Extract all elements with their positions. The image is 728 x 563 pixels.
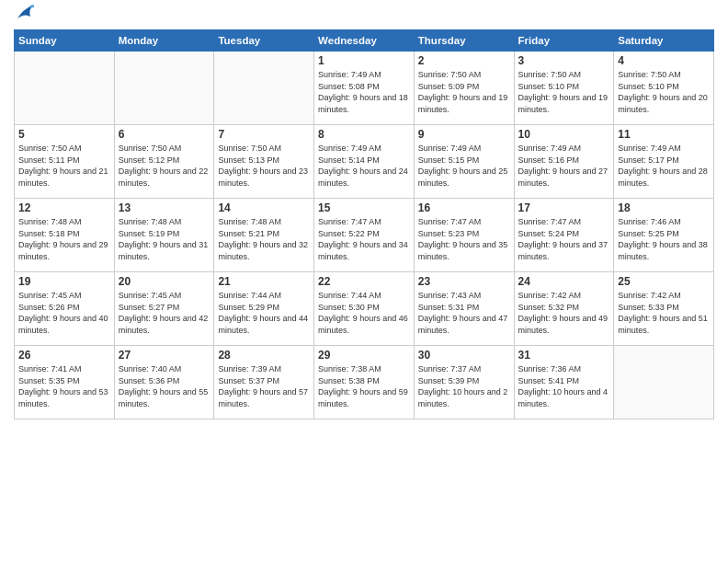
calendar-cell: 9Sunrise: 7:49 AM Sunset: 5:15 PM Daylig… (414, 125, 514, 199)
logo (14, 9, 34, 22)
calendar-day-header: Monday (114, 30, 214, 52)
calendar-cell: 30Sunrise: 7:37 AM Sunset: 5:39 PM Dayli… (414, 346, 514, 419)
day-number: 25 (618, 275, 710, 288)
calendar-table: SundayMondayTuesdayWednesdayThursdayFrid… (14, 29, 714, 419)
day-number: 18 (618, 201, 710, 214)
day-number: 24 (518, 275, 610, 288)
day-info: Sunrise: 7:45 AM Sunset: 5:26 PM Dayligh… (18, 290, 110, 336)
calendar-day-header: Saturday (614, 30, 714, 52)
calendar-cell: 28Sunrise: 7:39 AM Sunset: 5:37 PM Dayli… (214, 346, 314, 419)
day-number: 13 (119, 201, 210, 214)
calendar-day-header: Tuesday (214, 30, 314, 52)
calendar-cell: 16Sunrise: 7:47 AM Sunset: 5:23 PM Dayli… (414, 199, 514, 272)
day-info: Sunrise: 7:44 AM Sunset: 5:29 PM Dayligh… (218, 290, 310, 336)
day-info: Sunrise: 7:43 AM Sunset: 5:31 PM Dayligh… (418, 290, 510, 336)
page-container: SundayMondayTuesdayWednesdayThursdayFrid… (0, 0, 728, 429)
day-info: Sunrise: 7:39 AM Sunset: 5:37 PM Dayligh… (218, 363, 310, 409)
day-info: Sunrise: 7:38 AM Sunset: 5:38 PM Dayligh… (318, 363, 410, 409)
day-number: 30 (418, 349, 510, 362)
calendar-cell: 10Sunrise: 7:49 AM Sunset: 5:16 PM Dayli… (514, 125, 614, 199)
day-info: Sunrise: 7:48 AM Sunset: 5:21 PM Dayligh… (218, 216, 310, 262)
calendar-header-row: SundayMondayTuesdayWednesdayThursdayFrid… (15, 30, 714, 52)
day-number: 21 (218, 275, 310, 288)
day-number: 5 (18, 128, 110, 141)
calendar-cell: 17Sunrise: 7:47 AM Sunset: 5:24 PM Dayli… (514, 199, 614, 272)
day-number: 23 (418, 275, 510, 288)
calendar-day-header: Sunday (15, 30, 115, 52)
day-info: Sunrise: 7:49 AM Sunset: 5:14 PM Dayligh… (318, 143, 410, 189)
calendar-cell: 1Sunrise: 7:49 AM Sunset: 5:08 PM Daylig… (314, 52, 415, 125)
calendar-week-row: 19Sunrise: 7:45 AM Sunset: 5:26 PM Dayli… (15, 272, 714, 346)
calendar-cell: 27Sunrise: 7:40 AM Sunset: 5:36 PM Dayli… (114, 346, 214, 419)
calendar-cell: 29Sunrise: 7:38 AM Sunset: 5:38 PM Dayli… (314, 346, 415, 419)
day-info: Sunrise: 7:50 AM Sunset: 5:13 PM Dayligh… (218, 143, 310, 189)
day-info: Sunrise: 7:40 AM Sunset: 5:36 PM Dayligh… (119, 363, 210, 409)
calendar-cell: 20Sunrise: 7:45 AM Sunset: 5:27 PM Dayli… (114, 272, 214, 346)
day-info: Sunrise: 7:46 AM Sunset: 5:25 PM Dayligh… (618, 216, 710, 262)
day-number: 11 (618, 128, 710, 141)
day-info: Sunrise: 7:42 AM Sunset: 5:33 PM Dayligh… (618, 290, 710, 336)
calendar-cell: 15Sunrise: 7:47 AM Sunset: 5:22 PM Dayli… (314, 199, 415, 272)
day-info: Sunrise: 7:50 AM Sunset: 5:11 PM Dayligh… (18, 143, 110, 189)
day-number: 22 (318, 275, 410, 288)
calendar-day-header: Wednesday (314, 30, 415, 52)
calendar-cell: 7Sunrise: 7:50 AM Sunset: 5:13 PM Daylig… (214, 125, 314, 199)
day-info: Sunrise: 7:37 AM Sunset: 5:39 PM Dayligh… (418, 363, 510, 409)
day-info: Sunrise: 7:42 AM Sunset: 5:32 PM Dayligh… (518, 290, 610, 336)
day-info: Sunrise: 7:50 AM Sunset: 5:10 PM Dayligh… (618, 69, 710, 115)
day-number: 26 (18, 349, 110, 362)
calendar-cell (214, 52, 314, 125)
day-number: 2 (418, 54, 510, 67)
day-info: Sunrise: 7:45 AM Sunset: 5:27 PM Dayligh… (119, 290, 210, 336)
calendar-cell: 11Sunrise: 7:49 AM Sunset: 5:17 PM Dayli… (614, 125, 714, 199)
day-number: 12 (18, 201, 110, 214)
calendar-cell (114, 52, 214, 125)
calendar-cell: 19Sunrise: 7:45 AM Sunset: 5:26 PM Dayli… (15, 272, 115, 346)
calendar-cell: 23Sunrise: 7:43 AM Sunset: 5:31 PM Dayli… (414, 272, 514, 346)
calendar-cell: 6Sunrise: 7:50 AM Sunset: 5:12 PM Daylig… (114, 125, 214, 199)
calendar-cell: 5Sunrise: 7:50 AM Sunset: 5:11 PM Daylig… (15, 125, 115, 199)
day-info: Sunrise: 7:44 AM Sunset: 5:30 PM Dayligh… (318, 290, 410, 336)
day-number: 28 (218, 349, 310, 362)
calendar-cell: 3Sunrise: 7:50 AM Sunset: 5:10 PM Daylig… (514, 52, 614, 125)
day-number: 29 (318, 349, 410, 362)
calendar-cell (15, 52, 115, 125)
day-number: 19 (18, 275, 110, 288)
day-info: Sunrise: 7:48 AM Sunset: 5:19 PM Dayligh… (119, 216, 210, 262)
calendar-cell: 18Sunrise: 7:46 AM Sunset: 5:25 PM Dayli… (614, 199, 714, 272)
day-number: 6 (119, 128, 210, 141)
day-info: Sunrise: 7:49 AM Sunset: 5:17 PM Dayligh… (618, 143, 710, 189)
day-info: Sunrise: 7:49 AM Sunset: 5:15 PM Dayligh… (418, 143, 510, 189)
day-number: 27 (119, 349, 210, 362)
calendar-cell (614, 346, 714, 419)
day-number: 9 (418, 128, 510, 141)
day-number: 7 (218, 128, 310, 141)
day-info: Sunrise: 7:50 AM Sunset: 5:10 PM Dayligh… (518, 69, 610, 115)
logo-bird-icon (16, 2, 34, 22)
calendar-cell: 2Sunrise: 7:50 AM Sunset: 5:09 PM Daylig… (414, 52, 514, 125)
day-info: Sunrise: 7:47 AM Sunset: 5:22 PM Dayligh… (318, 216, 410, 262)
day-number: 31 (518, 349, 610, 362)
day-number: 4 (618, 54, 710, 67)
day-number: 14 (218, 201, 310, 214)
day-info: Sunrise: 7:36 AM Sunset: 5:41 PM Dayligh… (518, 363, 610, 409)
day-number: 20 (119, 275, 210, 288)
calendar-cell: 24Sunrise: 7:42 AM Sunset: 5:32 PM Dayli… (514, 272, 614, 346)
calendar-cell: 8Sunrise: 7:49 AM Sunset: 5:14 PM Daylig… (314, 125, 415, 199)
calendar-cell: 4Sunrise: 7:50 AM Sunset: 5:10 PM Daylig… (614, 52, 714, 125)
calendar-cell: 26Sunrise: 7:41 AM Sunset: 5:35 PM Dayli… (15, 346, 115, 419)
day-number: 17 (518, 201, 610, 214)
day-info: Sunrise: 7:48 AM Sunset: 5:18 PM Dayligh… (18, 216, 110, 262)
calendar-week-row: 12Sunrise: 7:48 AM Sunset: 5:18 PM Dayli… (15, 199, 714, 272)
day-number: 16 (418, 201, 510, 214)
header (14, 9, 714, 22)
day-info: Sunrise: 7:47 AM Sunset: 5:23 PM Dayligh… (418, 216, 510, 262)
calendar-week-row: 5Sunrise: 7:50 AM Sunset: 5:11 PM Daylig… (15, 125, 714, 199)
day-number: 8 (318, 128, 410, 141)
calendar-week-row: 1Sunrise: 7:49 AM Sunset: 5:08 PM Daylig… (15, 52, 714, 125)
day-info: Sunrise: 7:50 AM Sunset: 5:09 PM Dayligh… (418, 69, 510, 115)
day-number: 3 (518, 54, 610, 67)
calendar-day-header: Thursday (414, 30, 514, 52)
day-info: Sunrise: 7:49 AM Sunset: 5:16 PM Dayligh… (518, 143, 610, 189)
calendar-cell: 22Sunrise: 7:44 AM Sunset: 5:30 PM Dayli… (314, 272, 415, 346)
